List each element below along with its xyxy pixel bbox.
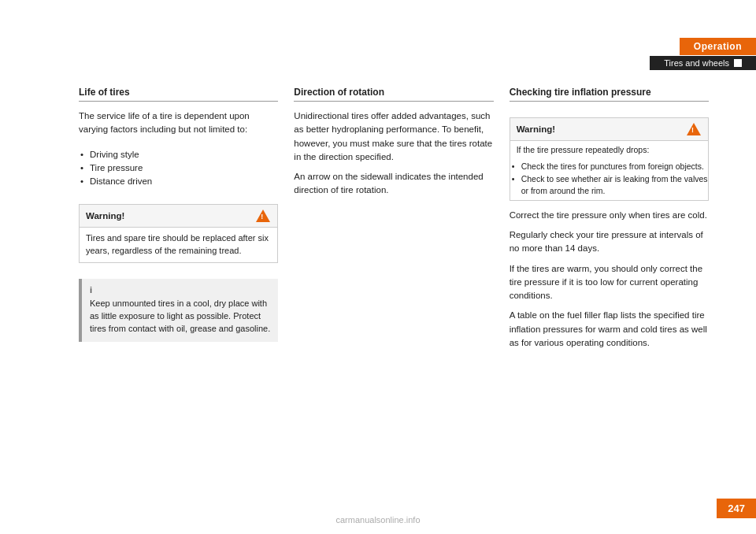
header-bar: Operation Tires and wheels xyxy=(650,38,756,70)
watermark: carmanualsonline.info xyxy=(335,515,420,525)
page-container: Operation Tires and wheels Life of tires… xyxy=(0,0,756,534)
info-box-text-life: Keep unmounted tires in a cool, dry plac… xyxy=(90,298,270,336)
page-number: 247 xyxy=(717,499,756,518)
tire-inflation-text1: Correct the tire pressure only when tire… xyxy=(510,209,709,222)
warning-label-life: Warning! xyxy=(86,211,124,221)
column-direction-rotation: Direction of rotation Unidirectional tir… xyxy=(294,87,493,495)
warning-header-inflation: Warning! xyxy=(510,118,708,141)
operation-label: Operation xyxy=(694,41,742,52)
warning-bullet-1-inflation: Check the tires for punctures from forei… xyxy=(510,161,708,172)
tire-inflation-text2: Regularly check your tire pressure at in… xyxy=(510,228,709,256)
life-of-tires-header: Life of tires xyxy=(79,87,278,102)
triangle-icon-inflation xyxy=(687,123,701,135)
warning-text-life: Tires and spare tire should be replaced … xyxy=(80,228,277,262)
tires-wheels-label: Tires and wheels xyxy=(664,58,729,68)
black-square-icon xyxy=(734,59,742,67)
column-life-of-tires: Life of tires The service life of a tire… xyxy=(79,87,278,495)
bullet-tire-pressure: Tire pressure xyxy=(79,161,278,175)
direction-rotation-text1: Unidirectional tires offer added advanta… xyxy=(294,109,493,164)
life-of-tires-bullets: Driving style Tire pressure Distance dri… xyxy=(79,148,278,189)
direction-rotation-header: Direction of rotation xyxy=(294,87,493,102)
warning-triangle-icon-inflation xyxy=(686,121,702,137)
warning-header-life: Warning! xyxy=(80,205,277,228)
warning-bullets-inflation: Check the tires for punctures from forei… xyxy=(510,161,708,197)
tire-inflation-text3: If the tires are warm, you should only c… xyxy=(510,262,709,303)
info-box-icon: i xyxy=(90,285,270,295)
tire-inflation-text4: A table on the fuel filler flap lists th… xyxy=(510,309,709,350)
tires-wheels-tab: Tires and wheels xyxy=(650,56,756,70)
life-of-tires-intro: The service life of a tire is dependent … xyxy=(79,109,278,137)
bullet-distance-driven: Distance driven xyxy=(79,175,278,188)
warning-box-life: Warning! Tires and spare tire should be … xyxy=(79,204,278,263)
info-box-life: i Keep unmounted tires in a cool, dry pl… xyxy=(79,279,278,342)
content-area: Life of tires The service life of a tire… xyxy=(79,87,709,495)
warning-box-inflation: Warning! If the tire pressure repeatedly… xyxy=(510,117,709,201)
operation-tab: Operation xyxy=(680,38,756,55)
warning-bullet-2-inflation: Check to see whether air is leaking from… xyxy=(510,173,708,196)
triangle-icon-life xyxy=(256,210,270,222)
bullet-driving-style: Driving style xyxy=(79,148,278,161)
direction-rotation-text2: An arrow on the sidewall indicates the i… xyxy=(294,170,493,198)
warning-intro-inflation: If the tire pressure repeatedly drops: xyxy=(510,141,708,158)
tire-inflation-header: Checking tire inflation pressure xyxy=(510,87,709,102)
warning-triangle-icon-life xyxy=(255,208,271,224)
warning-label-inflation: Warning! xyxy=(517,124,555,134)
column-tire-inflation: Checking tire inflation pressure Warning… xyxy=(510,87,709,495)
